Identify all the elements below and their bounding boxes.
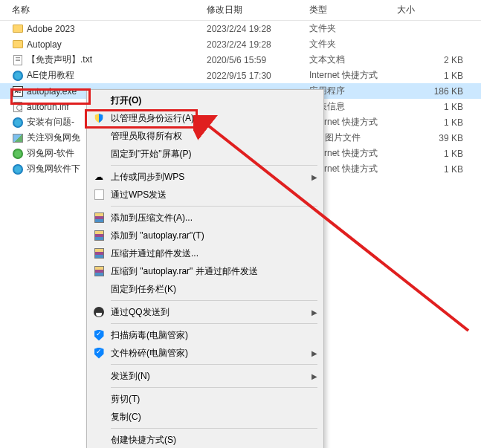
submenu-arrow-icon: ▶	[311, 372, 317, 380]
archive-icon	[91, 248, 106, 259]
file-type: 文件夹	[309, 38, 397, 51]
file-size: 1 KB	[397, 149, 481, 159]
column-type[interactable]: 类型	[309, 4, 397, 16]
menu-separator	[111, 165, 317, 166]
archive-icon	[91, 266, 106, 276]
menu-open[interactable]: 打开(O)	[87, 91, 323, 109]
file-size: 39 KB	[397, 133, 481, 143]
archive-icon	[91, 230, 106, 241]
menu-separator	[111, 387, 317, 388]
menu-copy[interactable]: 复制(C)	[87, 408, 323, 426]
file-type: 文本文档	[309, 53, 397, 66]
file-name: Autoplay	[27, 39, 207, 50]
submenu-arrow-icon: ▶	[311, 173, 317, 181]
menu-compress-email[interactable]: 压缩并通过邮件发送...	[87, 244, 323, 262]
file-size: 186 KB	[397, 86, 481, 97]
menu-separator	[111, 428, 317, 429]
ie-icon	[12, 70, 24, 82]
file-name: Adobe 2023	[27, 24, 207, 34]
file-row[interactable]: AE使用教程2022/9/15 17:30Internet 快捷方式1 KB	[0, 68, 481, 83]
menu-separator	[111, 323, 317, 324]
submenu-arrow-icon: ▶	[311, 308, 317, 316]
submenu-arrow-icon: ▶	[311, 349, 317, 357]
menu-add-archive[interactable]: 添加到压缩文件(A)...	[87, 209, 323, 227]
txt-icon	[12, 54, 24, 66]
menu-scan-virus[interactable]: 扫描病毒(电脑管家)	[87, 326, 323, 344]
file-row[interactable]: Autoplay2023/2/24 19:28文件夹	[0, 36, 481, 52]
jpg-icon	[12, 132, 24, 144]
menu-admin-ownership[interactable]: 管理员取得所有权	[87, 127, 323, 145]
menu-pin-start[interactable]: 固定到"开始"屏幕(P)	[87, 145, 323, 163]
file-size: 1 KB	[397, 102, 481, 112]
file-date: 2023/2/24 19:28	[207, 39, 309, 50]
menu-wps-send[interactable]: 通过WPS发送	[87, 186, 323, 204]
column-name[interactable]: 名称	[12, 4, 207, 16]
inf-icon	[12, 101, 24, 113]
menu-pin-taskbar[interactable]: 固定到任务栏(K)	[87, 280, 323, 298]
file-name: AE使用教程	[27, 69, 207, 82]
file-date: 2020/5/6 15:59	[207, 55, 309, 65]
folder-icon	[12, 23, 24, 35]
menu-shred-file[interactable]: 文件粉碎(电脑管家)▶	[87, 344, 323, 362]
menu-add-rar[interactable]: 添加到 "autoplay.rar"(T)	[87, 227, 323, 244]
file-size: 1 KB	[397, 71, 481, 81]
menu-compress-rar-email[interactable]: 压缩到 "autoplay.rar" 并通过邮件发送	[87, 262, 323, 280]
wps-icon	[91, 189, 106, 200]
ie-icon	[12, 117, 24, 129]
file-size: 1 KB	[397, 117, 481, 128]
column-size[interactable]: 大小	[397, 4, 481, 16]
menu-separator	[111, 206, 317, 207]
file-date: 2022/9/15 17:30	[207, 71, 309, 81]
url-icon	[12, 148, 24, 160]
column-header-row: 名称 修改日期 类型 大小	[0, 0, 481, 21]
adobe-icon: Ae	[12, 85, 24, 97]
folder-icon	[12, 39, 24, 51]
menu-wps-upload[interactable]: ☁上传或同步到WPS▶	[87, 168, 323, 186]
archive-icon	[91, 212, 106, 223]
file-type: Internet 快捷方式	[309, 69, 397, 82]
menu-create-shortcut[interactable]: 创建快捷方式(S)	[87, 431, 323, 448]
file-row[interactable]: Adobe 20232023/2/24 19:28文件夹	[0, 21, 481, 36]
file-name: 【免责声明】.txt	[27, 53, 207, 66]
qq-icon	[91, 307, 106, 317]
menu-separator	[111, 300, 317, 301]
file-date: 2023/2/24 19:28	[207, 24, 309, 34]
shield-icon	[91, 113, 106, 123]
column-date[interactable]: 修改日期	[207, 4, 309, 16]
menu-cut[interactable]: 剪切(T)	[87, 390, 323, 408]
file-row[interactable]: 【免责声明】.txt2020/5/6 15:59文本文档2 KB	[0, 52, 481, 68]
shield-check-icon	[91, 348, 106, 359]
menu-separator	[111, 364, 317, 365]
menu-qq-send[interactable]: 通过QQ发送到▶	[87, 303, 323, 321]
cloud-upload-icon: ☁	[91, 172, 106, 182]
file-size: 1 KB	[397, 164, 481, 175]
menu-run-as-admin[interactable]: 以管理员身份运行(A)	[87, 109, 323, 127]
menu-send-to[interactable]: 发送到(N)▶	[87, 367, 323, 385]
file-size: 2 KB	[397, 55, 481, 65]
file-type: 文件夹	[309, 22, 397, 35]
context-menu: 打开(O) 以管理员身份运行(A) 管理员取得所有权 固定到"开始"屏幕(P) …	[86, 89, 324, 448]
shield-check-icon	[91, 330, 106, 341]
ie-icon	[12, 163, 24, 175]
